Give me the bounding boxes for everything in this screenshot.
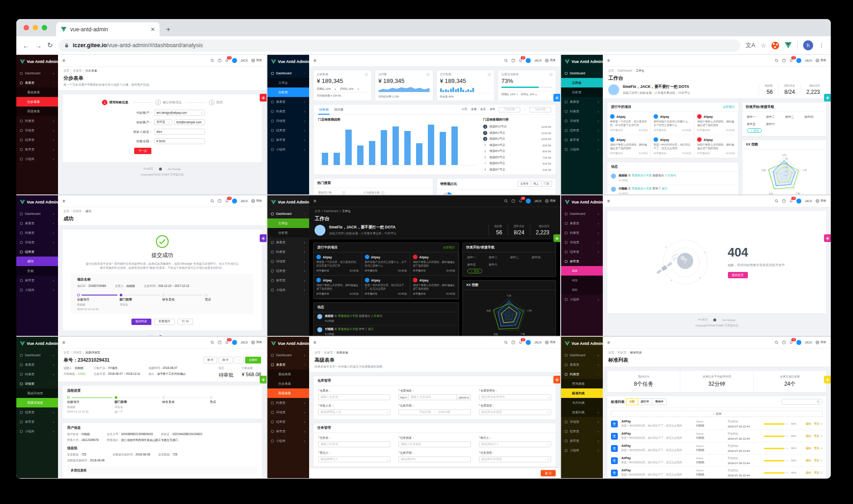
next-step-button[interactable]: 下一步: [134, 148, 151, 154]
sidebar-item[interactable]: 基础表单: [267, 369, 309, 379]
user-avatar[interactable]: [796, 340, 801, 345]
segment-button[interactable]: 门店: [541, 181, 552, 187]
sidebar-item[interactable]: 表单页: [267, 237, 309, 247]
list-item[interactable]: 支 AliPay那是一种内在的东西，他们到达不了，也无法企及的 Owner付晓晓…: [607, 467, 826, 478]
sidebar-item[interactable]: 高级详情页: [16, 398, 58, 407]
sidebar-item[interactable]: 详情页: [561, 237, 603, 247]
add-quicknav-button[interactable]: ＋ 添加: [467, 269, 483, 273]
sidebar-item[interactable]: 详情页: [16, 237, 58, 247]
collapse-trigger-icon[interactable]: ≡: [314, 340, 316, 345]
sidebar-item[interactable]: Dashboard: [267, 350, 309, 360]
sidebar-item[interactable]: 详情页: [561, 417, 603, 426]
project-card[interactable]: Alipay 希望是一个好东西，也许是最好的，好东西是不会消亡的 科学搬砖组9小…: [607, 112, 651, 135]
collapse-trigger-icon[interactable]: ≡: [607, 340, 610, 345]
project-card[interactable]: Alipay 城镇中有那么多的酒馆，她却偏偏走进了我的酒馆 科学搬砖组9小时前: [694, 135, 738, 158]
sidebar-item[interactable]: 表单页: [16, 78, 58, 87]
url-input[interactable]: iczer.gitee.io/vue-antd-admin/#/dashboar…: [58, 39, 740, 52]
sidebar-item[interactable]: 工作台: [267, 218, 309, 228]
theme-settings-handle[interactable]: [260, 94, 267, 102]
user-avatar[interactable]: [796, 58, 801, 63]
filter-button[interactable]: 等待中: [652, 398, 667, 405]
new-tab-button[interactable]: ＋: [162, 23, 174, 35]
range-link[interactable]: 本月: [480, 107, 486, 111]
forward-button[interactable]: →: [35, 42, 42, 49]
sidebar-item[interactable]: 详情页: [16, 126, 58, 135]
range-link[interactable]: 今日: [461, 107, 467, 111]
sidebar-item[interactable]: 列表页: [561, 369, 603, 379]
quick-op-link[interactable]: 操作六: [766, 122, 783, 126]
search-icon[interactable]: [775, 340, 779, 344]
sidebar-item[interactable]: 工作台: [561, 78, 603, 87]
language-selector[interactable]: 简体: [251, 340, 262, 344]
github-icon[interactable]: [159, 167, 162, 171]
sidebar-item[interactable]: 结果页: [267, 417, 309, 426]
user-avatar[interactable]: [232, 58, 237, 63]
user-avatar[interactable]: [232, 340, 237, 345]
sidebar-item[interactable]: 详情页: [267, 407, 309, 417]
quick-op-link[interactable]: 操作三: [510, 256, 529, 260]
notification-bell[interactable]: 13: [519, 199, 523, 203]
question-icon[interactable]: [511, 199, 515, 203]
warehouse-type-select[interactable]: 请选择仓库类型∨: [479, 409, 551, 415]
bookmark-star-icon[interactable]: ☆: [761, 42, 766, 49]
print-button[interactable]: 打 印: [178, 319, 194, 325]
search-icon[interactable]: [504, 199, 508, 203]
search-icon[interactable]: [775, 199, 779, 203]
edit-link[interactable]: 编辑: [805, 459, 811, 463]
quick-op-link[interactable]: 操作二: [766, 115, 783, 119]
project-card[interactable]: Alipay 那时候我只会想自己想要什么，从不想自己拥有什么 科学搬砖组9小时前: [651, 112, 694, 135]
question-icon[interactable]: [511, 340, 515, 344]
sidebar-item[interactable]: 小组件: [561, 295, 603, 304]
sidebar-item[interactable]: 列表页: [561, 228, 603, 237]
sidebar-item[interactable]: Dashboard: [561, 68, 603, 78]
quick-op-link[interactable]: 操作四: [532, 256, 551, 260]
sidebar-item[interactable]: 分析页: [267, 228, 309, 237]
sidebar-item[interactable]: 结果页: [16, 135, 58, 145]
sidebar-item[interactable]: 异常页: [561, 135, 603, 145]
segment-button[interactable]: 线上: [531, 181, 542, 187]
sidebar-item[interactable]: 表单页: [16, 218, 58, 228]
more-link[interactable]: 更多 ∨: [814, 446, 823, 451]
user-avatar[interactable]: [526, 340, 531, 345]
question-icon[interactable]: [782, 58, 786, 63]
quick-op-link[interactable]: 操作三: [785, 115, 802, 119]
project-card[interactable]: Alipay 那时候我只会想自己想要什么，从不想自己拥有什么 科学搬砖组9小时前: [362, 252, 411, 276]
more-link[interactable]: 更多 ∨: [814, 422, 823, 426]
op-button[interactable]: 操 作: [218, 357, 232, 363]
user-avatar[interactable]: [526, 199, 531, 204]
collapse-trigger-icon[interactable]: ≡: [607, 58, 610, 63]
add-quicknav-button[interactable]: ＋ 添加: [747, 128, 762, 133]
quick-op-link[interactable]: 操作一: [467, 256, 487, 260]
sidebar-item[interactable]: 查询表格: [561, 379, 603, 388]
project-card[interactable]: Alipay 城镇中有那么多的酒馆，她却偏偏走进了我的酒馆 科学搬砖组9小时前: [314, 276, 362, 299]
warehouse-domain-input[interactable]: 请输入仓库域名: [408, 394, 457, 400]
sidebar-item[interactable]: 异常页: [16, 276, 58, 285]
add-item-button[interactable]: ＋ 添加: [611, 411, 823, 417]
reload-button[interactable]: ↻: [47, 41, 53, 49]
sidebar-item[interactable]: Dashboard: [561, 209, 603, 218]
question-icon[interactable]: [782, 199, 786, 203]
collapse-trigger-icon[interactable]: ≡: [314, 58, 316, 63]
back-to-list-button[interactable]: 返回列表: [131, 319, 151, 325]
receiver-type-select[interactable]: 支付宝∨: [154, 119, 172, 125]
sidebar-item[interactable]: 异常页: [561, 257, 603, 266]
sidebar-item[interactable]: 小组件: [267, 285, 309, 295]
search-icon[interactable]: [210, 58, 214, 63]
sidebar-item[interactable]: 异常页: [267, 426, 309, 436]
feed-target-link[interactable]: 八月迭代: [664, 174, 676, 177]
sidebar-item[interactable]: 基础表单: [16, 87, 58, 97]
all-projects-link[interactable]: 全部项目: [443, 246, 455, 250]
sidebar-item[interactable]: 结果页: [16, 407, 58, 417]
notification-bell[interactable]: 13: [225, 199, 229, 203]
sidebar-item[interactable]: 分析页: [561, 87, 603, 97]
language-selector[interactable]: 简体: [545, 340, 556, 344]
notification-bell[interactable]: 13: [225, 340, 229, 344]
notification-bell[interactable]: 13: [519, 340, 523, 344]
info-icon[interactable]: i: [488, 73, 491, 76]
sidebar-item[interactable]: 异常页: [561, 436, 603, 446]
collapse-trigger-icon[interactable]: ≡: [63, 340, 65, 345]
sidebar-item[interactable]: 结果页: [561, 426, 603, 436]
search-icon[interactable]: [504, 340, 508, 344]
sidebar-item[interactable]: 结果页: [267, 126, 309, 135]
executor-select[interactable]: 请选择执行人∨: [479, 441, 551, 447]
